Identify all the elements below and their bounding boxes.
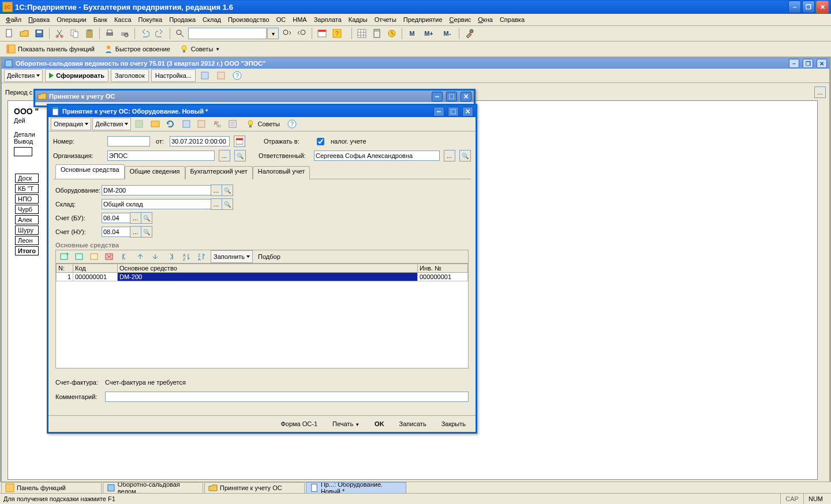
number-input[interactable]: [107, 136, 150, 146]
tab-bu[interactable]: Бухгалтерский учет: [185, 166, 253, 179]
date-input[interactable]: [170, 136, 230, 146]
grid-move-last-icon[interactable]: [163, 250, 177, 264]
menu-warehouse[interactable]: Склад: [199, 15, 224, 24]
grid-move-down-icon[interactable]: [148, 250, 162, 264]
tools-icon[interactable]: [462, 27, 476, 40]
grid-col-name[interactable]: Основное средство: [118, 264, 418, 273]
inner-tb-add-icon[interactable]: [132, 117, 146, 131]
outer-window-titlebar[interactable]: Принятие к учету ОС – □ ×: [35, 91, 474, 102]
menu-operations[interactable]: Операции: [53, 15, 89, 24]
taskbtn-inner[interactable]: Пр...: Оборудование. Новый *: [306, 482, 406, 494]
equipment-pick-button[interactable]: …: [211, 185, 222, 196]
grid-delete-icon[interactable]: [102, 250, 116, 264]
inner-max-button[interactable]: □: [448, 107, 459, 116]
menu-sale[interactable]: Продажа: [166, 15, 199, 24]
grid-col-inv[interactable]: Инв. №: [418, 264, 468, 273]
org-input[interactable]: [107, 151, 215, 161]
find-next-icon[interactable]: [280, 27, 294, 40]
close-dialog-button[interactable]: Закрыть: [436, 418, 471, 430]
tips-button[interactable]: Советы ▼: [175, 42, 224, 56]
os-grid[interactable]: N: Код Основное средство Инв. № 1 000000…: [55, 263, 469, 368]
taskbtn-outer[interactable]: Принятие к учету ОС: [204, 482, 305, 494]
menu-purchase[interactable]: Покупка: [135, 15, 166, 24]
warehouse-pick-button[interactable]: …: [211, 198, 222, 210]
comment-input[interactable]: [105, 392, 469, 402]
report-tb-icon1[interactable]: [198, 69, 212, 82]
acc-nu-pick-button[interactable]: …: [130, 226, 141, 238]
inner-tb-list-icon[interactable]: [226, 117, 239, 131]
form-os1-button[interactable]: Форма ОС-1: [275, 418, 323, 430]
menu-service[interactable]: Сервис: [446, 15, 475, 24]
inner-tb-dtkt-icon[interactable]: ДтКт: [211, 117, 224, 131]
report-close-button[interactable]: ✕: [817, 59, 827, 68]
menu-bank[interactable]: Банк: [90, 15, 111, 24]
outer-max-button[interactable]: □: [446, 92, 457, 101]
m-minus-button[interactable]: М-: [439, 27, 456, 40]
inner-tb-refresh-icon[interactable]: [163, 117, 177, 131]
period-picker-button[interactable]: …: [814, 86, 826, 98]
grid-add-icon[interactable]: +: [57, 250, 71, 264]
grid-sort-desc-icon[interactable]: ZA: [194, 250, 208, 264]
menu-cash[interactable]: Касса: [111, 15, 135, 24]
outer-min-button[interactable]: –: [432, 92, 443, 101]
date-picker-button[interactable]: [234, 136, 245, 147]
grid-edit-icon[interactable]: [87, 250, 101, 264]
menu-production[interactable]: Производство: [224, 15, 273, 24]
search-input[interactable]: [188, 28, 267, 39]
menu-kadry[interactable]: Кадры: [345, 15, 371, 24]
open-icon[interactable]: [17, 27, 31, 40]
acc-nu-search-button[interactable]: 🔍: [141, 226, 152, 238]
menu-help[interactable]: Справка: [496, 15, 528, 24]
m-button[interactable]: М: [405, 27, 419, 40]
search-dropdown-button[interactable]: ▾: [267, 28, 279, 39]
inner-window-titlebar[interactable]: Принятие к учету ОС: Оборудование. Новый…: [48, 106, 476, 117]
grid-fill-button[interactable]: Заполнить: [211, 250, 253, 263]
find-prev-icon[interactable]: [295, 27, 309, 40]
inner-min-button[interactable]: –: [433, 107, 444, 116]
acc-bu-pick-button[interactable]: …: [130, 212, 141, 224]
taskbtn-panel[interactable]: Панель функций: [1, 482, 102, 494]
report-tb-icon2[interactable]: [214, 69, 228, 82]
tab-general[interactable]: Общие сведения: [125, 166, 185, 179]
warehouse-search-button[interactable]: 🔍: [222, 198, 233, 210]
menu-enterprise[interactable]: Предприятие: [400, 15, 446, 24]
print-button[interactable]: Печать ▼: [327, 418, 365, 430]
org-search-button[interactable]: 🔍: [234, 150, 246, 161]
grid-move-first-icon[interactable]: [118, 250, 132, 264]
menu-os[interactable]: ОС: [273, 15, 290, 24]
resp-search-button[interactable]: 🔍: [459, 150, 471, 161]
report-header-button[interactable]: Заголовок: [111, 69, 149, 82]
inner-tb-icon1[interactable]: [148, 117, 162, 131]
print-icon[interactable]: [103, 27, 117, 40]
copy-icon[interactable]: [68, 27, 81, 40]
acc-nu-input[interactable]: [102, 227, 130, 237]
menu-windows[interactable]: Окна: [474, 15, 496, 24]
table-row[interactable]: 1 000000001 DM-200 000000001: [57, 273, 468, 281]
menu-salary[interactable]: Зарплата: [310, 15, 345, 24]
undo-icon[interactable]: [138, 27, 152, 40]
help-yellow-icon[interactable]: ?: [330, 27, 344, 40]
redo-icon[interactable]: [153, 27, 167, 40]
report-window-titlebar[interactable]: Оборотно-сальдовая ведомость по счету 75…: [2, 58, 829, 69]
grid-col-n[interactable]: N:: [57, 264, 73, 273]
org-pick-button[interactable]: …: [219, 150, 230, 161]
tab-nu[interactable]: Налоговый учет: [253, 166, 310, 179]
menu-reports[interactable]: Отчеты: [371, 15, 400, 24]
show-functions-panel-button[interactable]: Показать панель функций: [2, 42, 99, 56]
maximize-button[interactable]: ❐: [802, 1, 815, 13]
tax-checkbox[interactable]: [317, 138, 324, 145]
menu-file[interactable]: Файл: [2, 15, 25, 24]
inner-tips-button[interactable]: Советы: [242, 117, 283, 131]
inner-close-button[interactable]: ×: [462, 107, 473, 116]
new-doc-icon[interactable]: [2, 27, 16, 40]
print-preview-icon[interactable]: [118, 27, 132, 40]
grid-sort-asc-icon[interactable]: AZ: [179, 250, 193, 264]
grid-insert-icon[interactable]: [72, 250, 86, 264]
calendar-icon[interactable]: [315, 27, 329, 40]
save-button[interactable]: Записать: [394, 418, 432, 430]
grid-move-up-icon[interactable]: [133, 250, 147, 264]
inner-tb-icon3[interactable]: [179, 117, 193, 131]
inner-tb-icon4[interactable]: [194, 117, 208, 131]
grid-col-code[interactable]: Код: [73, 264, 118, 273]
report-actions-button[interactable]: Действия: [4, 69, 43, 82]
